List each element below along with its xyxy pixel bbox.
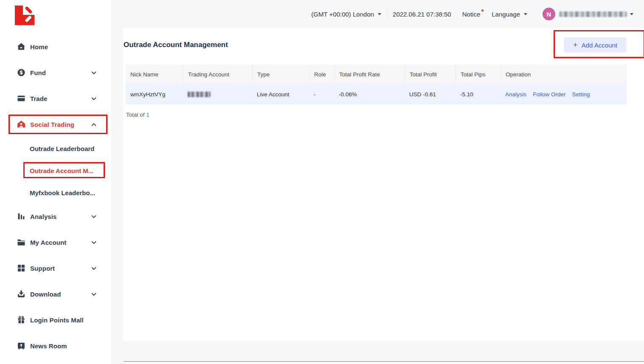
total-count-text: Total of 1 <box>126 112 627 118</box>
sidebar-item-my-account[interactable]: My Account <box>0 234 112 251</box>
timezone-selector[interactable]: (GMT +00:00) London <box>311 11 381 18</box>
notice-link[interactable]: Notice <box>462 11 481 18</box>
col-header-total-profit-rate: Total Profit Rate <box>334 64 405 84</box>
card-header: Outrade Account Management + Add Account <box>124 37 627 53</box>
sidebar-item-home[interactable]: Home <box>0 38 112 55</box>
trade-icon <box>17 94 25 103</box>
accounts-table: Nick Name Trading Account Type Role Tota… <box>126 64 627 104</box>
download-icon <box>17 290 25 298</box>
chevron-down-icon <box>91 69 96 76</box>
sidebar-nav: Home $ Fund Trade <box>0 38 112 354</box>
home-icon <box>17 42 25 51</box>
gift-icon <box>17 316 25 324</box>
cell-role: - <box>309 91 334 98</box>
cell-total-profit: USD -0.61 <box>405 91 456 98</box>
server-datetime: 2022.06.21 07:38:50 <box>393 11 451 18</box>
sidebar-item-outrade-account-management[interactable]: Outrade Account M... <box>0 164 112 177</box>
topbar-divider <box>387 10 387 18</box>
grid-icon <box>17 264 25 272</box>
follow-order-link[interactable]: Follow Order <box>533 91 565 98</box>
caret-down-icon <box>630 13 633 15</box>
add-account-button[interactable]: + Add Account <box>564 37 627 53</box>
chevron-up-icon <box>91 120 96 128</box>
col-header-trading-account: Trading Account <box>183 64 252 84</box>
logo-stroke-bottom <box>25 15 32 22</box>
chevron-down-icon <box>91 213 96 220</box>
sidebar-item-label: Download <box>30 291 61 298</box>
language-selector[interactable]: Language <box>492 11 527 18</box>
brand-logo[interactable] <box>15 6 34 25</box>
sidebar-subitem-label: Outrade Account M... <box>30 167 93 174</box>
sidebar-item-label: Home <box>30 43 48 50</box>
sidebar-item-download[interactable]: Download <box>0 286 112 302</box>
username-blurred[interactable] <box>559 11 627 17</box>
avatar[interactable]: N <box>543 8 555 20</box>
content-card: Outrade Account Management + Add Account… <box>124 28 644 341</box>
sidebar-item-label: Social Trading <box>30 121 74 128</box>
sidebar-item-myfxbook-leaderboard[interactable]: Myfxbook Leaderbo... <box>0 186 112 199</box>
col-header-total-pips: Total Pips <box>456 64 501 84</box>
sidebar-subitem-label: Outrade Leaderboard <box>30 145 95 152</box>
news-room-icon <box>17 342 25 350</box>
sidebar-item-trade[interactable]: Trade <box>0 90 112 107</box>
trading-account-blurred <box>188 92 211 97</box>
total-label: Total of <box>126 112 145 118</box>
cell-total-profit-rate: -0.06% <box>334 91 405 98</box>
sidebar: Home $ Fund Trade <box>0 0 112 364</box>
sidebar-item-fund[interactable]: $ Fund <box>0 64 112 81</box>
chevron-down-icon <box>91 95 96 102</box>
col-header-type: Type <box>252 64 309 84</box>
bar-chart-icon <box>17 212 25 221</box>
table-header-row: Nick Name Trading Account Type Role Tota… <box>126 64 627 84</box>
chevron-down-icon <box>91 264 96 272</box>
app-window: Home $ Fund Trade <box>0 0 644 364</box>
page-title: Outrade Account Management <box>124 41 228 49</box>
topbar: (GMT +00:00) London 2022.06.21 07:38:50 … <box>112 0 644 28</box>
col-header-nick-name: Nick Name <box>126 71 183 78</box>
col-header-role: Role <box>309 64 334 84</box>
footer-divider <box>124 361 644 363</box>
sidebar-subitem-label: Myfxbook Leaderbo... <box>30 189 95 196</box>
col-header-total-profit: Total Profit <box>405 64 456 84</box>
cell-type: Live Account <box>252 91 309 98</box>
timezone-label: (GMT +00:00) London <box>311 11 374 18</box>
sidebar-item-label: Fund <box>30 69 46 76</box>
sidebar-item-news-room[interactable]: News Room <box>0 337 112 354</box>
sidebar-item-analysis[interactable]: Analysis <box>0 208 112 225</box>
table-row: wmXyHztVYg Live Account - -0.06% USD -0.… <box>126 84 627 104</box>
sidebar-item-label: News Room <box>30 342 67 350</box>
sidebar-item-social-trading[interactable]: Social Trading <box>0 116 112 133</box>
chevron-down-icon <box>91 290 96 298</box>
analysis-link[interactable]: Analysis <box>505 91 526 98</box>
sidebar-item-outrade-leaderboard[interactable]: Outrade Leaderboard <box>0 142 112 155</box>
total-count: 1 <box>146 112 149 118</box>
caret-down-icon <box>524 13 527 15</box>
notice-badge-dot <box>481 9 484 11</box>
setting-link[interactable]: Setting <box>572 91 590 98</box>
plus-icon: + <box>573 41 578 49</box>
fund-icon: $ <box>17 68 25 77</box>
cell-trading-account <box>183 92 252 97</box>
caret-down-icon <box>378 13 381 15</box>
cell-total-pips: -5.10 <box>456 91 501 98</box>
sidebar-item-label: My Account <box>30 239 66 246</box>
sidebar-item-label: Login Points Mall <box>30 316 84 324</box>
cell-nick-name: wmXyHztVYg <box>126 91 183 98</box>
cell-operation: Analysis Follow Order Setting <box>501 91 627 98</box>
add-account-label: Add Account <box>582 42 617 49</box>
sidebar-item-label: Trade <box>30 95 48 102</box>
chevron-down-icon <box>91 238 96 246</box>
social-trading-icon <box>17 120 25 129</box>
language-label: Language <box>492 11 520 18</box>
main-area: (GMT +00:00) London 2022.06.21 07:38:50 … <box>112 0 644 364</box>
folder-icon <box>17 238 25 246</box>
col-header-operation: Operation <box>501 64 627 84</box>
sidebar-item-label: Analysis <box>30 213 57 220</box>
add-account-wrap: + Add Account <box>564 37 627 53</box>
svg-text:$: $ <box>20 70 23 76</box>
sidebar-item-label: Support <box>30 265 55 272</box>
sidebar-item-login-points-mall[interactable]: Login Points Mall <box>0 311 112 328</box>
notice-label: Notice <box>462 11 481 18</box>
sidebar-item-support[interactable]: Support <box>0 260 112 277</box>
